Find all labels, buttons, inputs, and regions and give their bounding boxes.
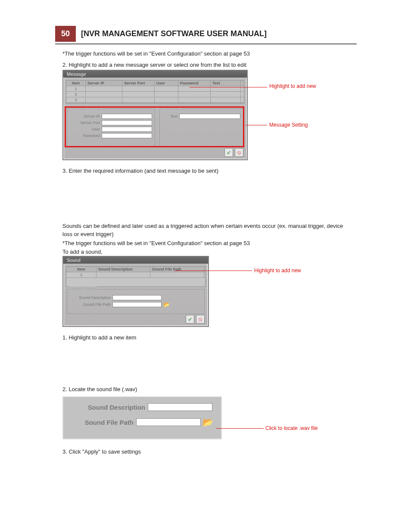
callout-highlight: Highlight to add new [269, 83, 316, 90]
sound-path-field[interactable] [136, 418, 201, 426]
group-title-message-setting: Message Setting [70, 106, 101, 110]
callout-line [190, 87, 267, 87]
cell-item: 3 [66, 97, 86, 103]
cancel-button[interactable]: ⦸ [196, 315, 205, 324]
page-header: 50 [NVR MANAGEMENT SOFTWARE USER MANUAL] [55, 26, 357, 44]
col-user: User [155, 81, 178, 86]
group-title-sound-setting: Sound Setting [70, 286, 97, 291]
server-port-field[interactable] [102, 120, 152, 125]
page-number: 50 [55, 26, 76, 42]
table-row[interactable]: 2 [66, 92, 244, 97]
sound-grid-header: Item Sound Description Sound File Path [66, 267, 205, 272]
sound-desc-field[interactable] [148, 403, 212, 411]
callout-sound-highlight: Highlight to add new [254, 267, 301, 274]
zoom-label-desc: Sound Description [63, 404, 145, 411]
text-sound-trigger: *The trigger functions will be set in "E… [62, 240, 347, 248]
user-field[interactable] [102, 127, 152, 132]
col-server-port: Server Port [122, 81, 155, 86]
label-user: User [70, 127, 100, 131]
col-desc: Sound Description [97, 267, 150, 272]
group-message-setting: Message Setting Server IP Server Port Us… [67, 109, 155, 147]
col-text: Text [211, 81, 241, 86]
col-item: Item [66, 81, 86, 86]
label-text: Text [162, 114, 177, 118]
text-sound-step1: 1. Highlight to add a new item [62, 334, 347, 342]
table-row[interactable]: 3 [66, 97, 244, 103]
text-sound-step2: 2. Locate the sound file (.wav) [62, 386, 347, 394]
callout-zoom-locate: Click to locate .wav file [265, 425, 352, 432]
cell-item: 1 [66, 272, 97, 277]
sound-dialog-title: Sound [63, 257, 208, 264]
callout-line [216, 428, 264, 429]
browse-button[interactable]: 📂 [202, 417, 213, 427]
message-dialog-title: Message [63, 71, 247, 78]
check-icon: ✔ [188, 316, 193, 323]
label-sound-path: Sound File Path [70, 302, 111, 307]
callout-line [246, 125, 267, 125]
cancel-icon: ⦸ [199, 316, 202, 323]
text-sound-intro: Sounds can be defined and later used as … [62, 222, 347, 239]
password-field[interactable] [102, 133, 152, 138]
callout-setting: Message Setting [269, 121, 308, 129]
zoom-label-path: Sound File Path [63, 419, 134, 426]
table-row[interactable]: 1 [66, 272, 205, 278]
browse-icon[interactable]: 📂 [163, 302, 170, 308]
col-password: Password [178, 81, 211, 86]
server-ip-field[interactable] [102, 114, 152, 119]
col-item: Item [66, 267, 97, 272]
label-password: Password [70, 134, 100, 138]
apply-button[interactable]: ✔ [224, 148, 233, 157]
label-sound-desc: Sound Description [70, 296, 111, 300]
group-message-text: Message Text [159, 109, 243, 147]
callout-line [174, 271, 252, 271]
text-sound-step3: 3. Click "Apply" to save settings [62, 448, 347, 456]
message-grid[interactable]: Item Server IP Server Port User Password… [66, 80, 244, 103]
col-server-ip: Server IP [86, 81, 122, 86]
sound-setting-zoom: Sound Description Sound File Path 📂 [62, 396, 222, 439]
cancel-button[interactable]: ⦸ [235, 148, 243, 157]
check-icon: ✔ [227, 149, 231, 156]
group-sound-setting: Sound Setting Sound Description Sound Fi… [67, 289, 205, 314]
sound-path-field[interactable] [112, 302, 162, 307]
cell-item: 2 [66, 92, 86, 97]
label-server-ip: Server IP [70, 114, 100, 118]
text-msg-trigger: *The trigger functions will be set in "E… [62, 50, 347, 58]
page-title: [NVR MANAGEMENT SOFTWARE USER MANUAL] [81, 29, 267, 38]
grid-empty-area [66, 278, 205, 286]
label-server-port: Server Port [70, 121, 100, 125]
text-msg-highlight: 2. Highlight to add a new message server… [62, 61, 347, 69]
folder-icon: 📂 [202, 417, 213, 427]
sound-dialog: Sound Item Sound Description Sound File … [62, 256, 209, 327]
message-grid-header: Item Server IP Server Port User Password… [66, 81, 244, 86]
group-title-message: Message [162, 106, 181, 110]
text-msg-info: 3. Enter the required information (and t… [62, 167, 347, 175]
message-dialog: Message Item Server IP Server Port User … [62, 70, 248, 160]
col-path: Sound File Path [150, 267, 204, 272]
cell-item: 1 [66, 86, 86, 91]
text-field[interactable] [179, 114, 240, 119]
sound-grid[interactable]: Item Sound Description Sound File Path 1 [66, 266, 206, 287]
apply-button[interactable]: ✔ [186, 315, 194, 324]
cancel-icon: ⦸ [237, 149, 241, 156]
sound-desc-field[interactable] [112, 295, 162, 300]
text-sound-add: To add a sound, [62, 248, 347, 256]
